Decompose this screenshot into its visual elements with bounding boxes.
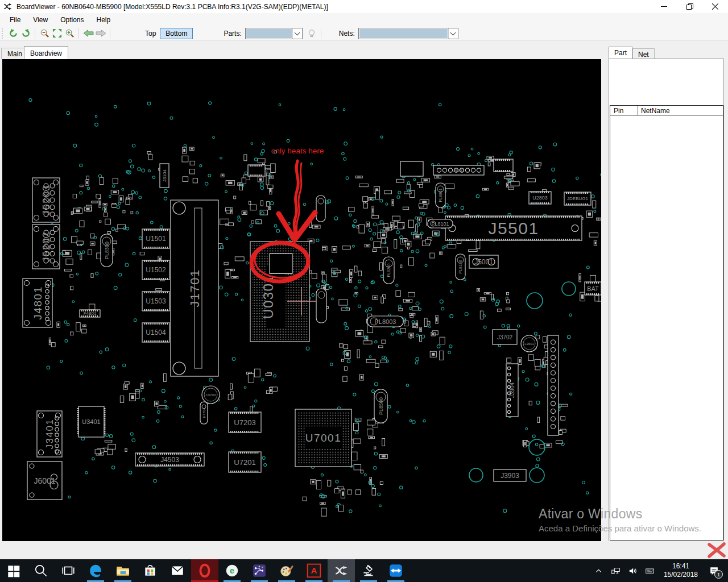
board-part-U7201[interactable]: U7201 xyxy=(229,452,261,472)
board-part-J5001[interactable]: J5001 xyxy=(469,255,498,268)
parts-combobox[interactable] xyxy=(245,28,303,39)
part-label-J5203: J5203 xyxy=(41,185,52,215)
taskbar-teamviewer-icon[interactable] xyxy=(382,559,410,582)
part-label-E7704: E7704 xyxy=(202,408,206,418)
action-center-icon[interactable]: 1 xyxy=(703,559,725,582)
board-part-PL8101[interactable]: PL8101 xyxy=(428,219,453,228)
board-part-J6001[interactable]: J6001 xyxy=(27,462,62,500)
bottom-view-button[interactable]: Bottom xyxy=(160,28,193,39)
menu-item-view[interactable]: View xyxy=(27,14,54,26)
board-canvas[interactable]: J5203J5202J4801J3104J1701PL8300U1501U150… xyxy=(2,59,601,541)
board-part[interactable] xyxy=(316,196,325,222)
board-part-J1701[interactable]: J1701 xyxy=(171,200,218,376)
menu-item-options[interactable]: Options xyxy=(54,14,90,26)
menu-item-file[interactable]: File xyxy=(3,14,27,26)
taskbar-clock[interactable]: 16:41 15/02/2018 xyxy=(659,562,703,579)
part-label-U1502: U1502 xyxy=(146,266,166,274)
part-label-J1701: J1701 xyxy=(188,269,202,307)
board-part-J8061[interactable]: J8061 xyxy=(433,165,484,175)
board-part-PL8300[interactable]: PL8300 xyxy=(101,234,113,267)
status-strip xyxy=(0,541,728,559)
part-label-PL8101: PL8101 xyxy=(431,221,449,227)
board-part-J5203[interactable]: J5203 xyxy=(32,178,60,222)
restore-button[interactable] xyxy=(677,0,702,13)
board-part-U7203[interactable]: U7203 xyxy=(229,412,261,433)
board-part-J3903[interactable]: J3903 xyxy=(494,469,526,481)
top-view-label[interactable]: Top xyxy=(145,30,156,38)
board-part-F4801[interactable]: F4801 xyxy=(80,310,100,317)
tray-volume-icon[interactable] xyxy=(624,559,642,582)
board-part-U7001[interactable]: U7001 xyxy=(295,409,351,467)
board-part-J5501[interactable]: J5501 xyxy=(445,216,582,240)
board-part-L3601[interactable]: L3601 xyxy=(521,335,537,352)
board-part[interactable] xyxy=(548,335,559,435)
column-header-netname[interactable]: NetName xyxy=(638,107,723,115)
taskbar-edge-icon[interactable] xyxy=(82,559,109,582)
board-part-U1501[interactable]: U1501 xyxy=(142,229,169,248)
svg-text:only heats here: only heats here xyxy=(271,147,324,155)
taskbar-paint-icon[interactable] xyxy=(273,559,300,582)
board-part-U3401[interactable]: U3401 xyxy=(78,406,105,437)
menu-item-help[interactable]: Help xyxy=(90,14,117,26)
board-part[interactable] xyxy=(316,289,326,323)
toolbar-grip[interactable] xyxy=(2,28,5,39)
taskbar-acrobat-icon[interactable]: A xyxy=(300,559,328,582)
tab-net[interactable]: Net xyxy=(632,48,655,59)
board-part-C0703[interactable]: C0703 xyxy=(202,386,220,404)
taskbar-file-explorer-icon[interactable] xyxy=(109,559,136,582)
taskbar-search-icon[interactable] xyxy=(27,559,55,582)
tab-boardview[interactable]: Boardview xyxy=(24,46,68,59)
nets-combobox-arrow[interactable] xyxy=(448,28,458,39)
board-part-U1502[interactable]: U1502 xyxy=(142,260,169,280)
highlight-lamp-icon[interactable] xyxy=(305,28,318,39)
tab-part[interactable]: Part xyxy=(609,47,632,59)
board-part-J4801[interactable]: J4801 xyxy=(23,278,52,327)
board-part-U0301[interactable]: U0301 xyxy=(250,242,309,342)
taskbar-task-view-icon[interactable] xyxy=(55,559,82,582)
board-part-PL8801[interactable]: PL8801 xyxy=(436,183,445,207)
column-header-pin[interactable]: Pin xyxy=(610,106,638,115)
toolbar-rotate-ccw-icon[interactable] xyxy=(7,28,19,39)
board-part-E7704[interactable]: E7704 xyxy=(200,402,208,424)
board-part-PL8500[interactable]: PL8500 xyxy=(374,389,387,423)
board-part[interactable] xyxy=(400,161,423,176)
board-part-PL8200[interactable]: PL8200 xyxy=(383,257,394,284)
board-part-BAT[interactable]: BAT xyxy=(585,282,601,295)
parts-combobox-arrow[interactable] xyxy=(292,28,302,39)
toolbar-rotate-cw-icon[interactable] xyxy=(19,28,32,39)
board-part-J5202[interactable]: J5202 xyxy=(32,225,60,269)
board-part[interactable] xyxy=(494,159,513,172)
board-part-J3904[interactable]: J3904 xyxy=(506,364,518,417)
board-part-U2803[interactable]: U2803 xyxy=(529,192,551,204)
tray-keyboard-icon[interactable] xyxy=(642,559,659,582)
taskbar-boardviewer-icon[interactable] xyxy=(328,559,355,582)
toolbar-nav-forward-icon[interactable] xyxy=(94,28,107,39)
board-part-U1503[interactable]: U1503 xyxy=(142,292,169,311)
board-part-J3104[interactable]: J3104 xyxy=(160,164,169,188)
taskbar-eset-icon[interactable]: e xyxy=(218,559,246,582)
toolbar-zoom-out-icon[interactable] xyxy=(38,28,51,39)
tray-chevron-icon[interactable] xyxy=(590,559,607,582)
board-part-J3702[interactable]: J3702 xyxy=(493,330,517,344)
board-part-JDEBUG1[interactable]: JDEBUG1 xyxy=(564,192,591,205)
taskbar-pcb-tool-icon[interactable] xyxy=(246,559,273,582)
board-part-PL8100[interactable]: PL8100 xyxy=(456,254,465,280)
board-part-U1504[interactable]: U1504 xyxy=(142,323,169,342)
taskbar-start-button[interactable] xyxy=(0,559,27,582)
board-part-J3401[interactable]: J3401 xyxy=(37,411,62,457)
toolbar-zoom-fit-icon[interactable] xyxy=(51,28,63,39)
taskbar-opera-icon[interactable] xyxy=(191,559,218,582)
minimize-button[interactable] xyxy=(651,0,677,13)
taskbar-mail-icon[interactable] xyxy=(164,559,191,582)
tray-network-icon[interactable] xyxy=(607,559,624,582)
close-button[interactable] xyxy=(702,0,728,13)
board-part-J4503[interactable]: J4503 xyxy=(135,453,204,466)
part-label-U1504: U1504 xyxy=(146,329,166,336)
taskbar-store-icon[interactable] xyxy=(136,559,164,582)
board-part[interactable] xyxy=(248,165,265,176)
taskbar-microscope-icon[interactable] xyxy=(355,559,382,582)
toolbar-nav-back-icon[interactable] xyxy=(82,28,94,39)
board-part-PL8003[interactable]: PL8003 xyxy=(367,316,403,327)
toolbar-zoom-in-icon[interactable] xyxy=(63,28,76,39)
nets-combobox[interactable] xyxy=(358,28,458,39)
